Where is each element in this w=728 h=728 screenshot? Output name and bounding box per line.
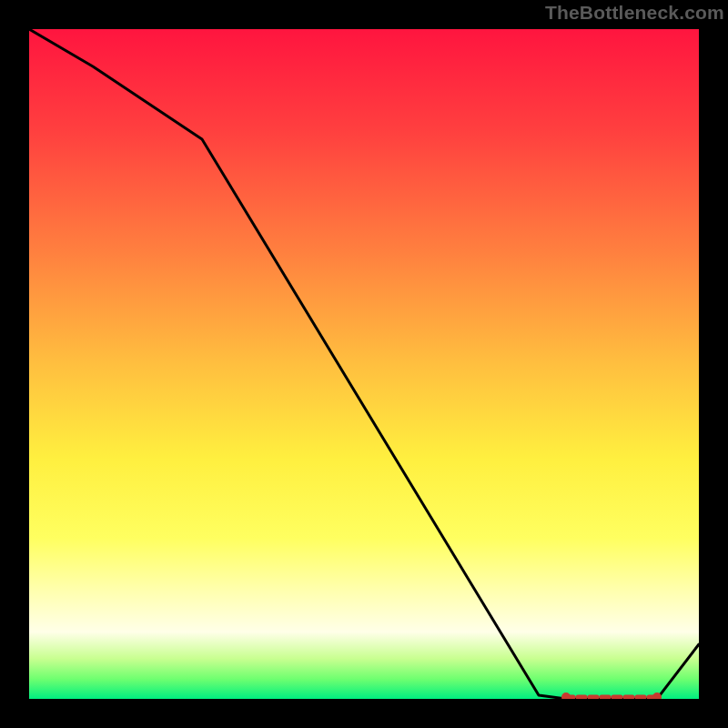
chart-frame: TheBottleneck.com xyxy=(0,0,728,728)
watermark-text: TheBottleneck.com xyxy=(545,2,724,24)
optimal-range-marker xyxy=(29,29,699,699)
svg-point-1 xyxy=(561,693,571,699)
svg-point-2 xyxy=(652,693,662,699)
